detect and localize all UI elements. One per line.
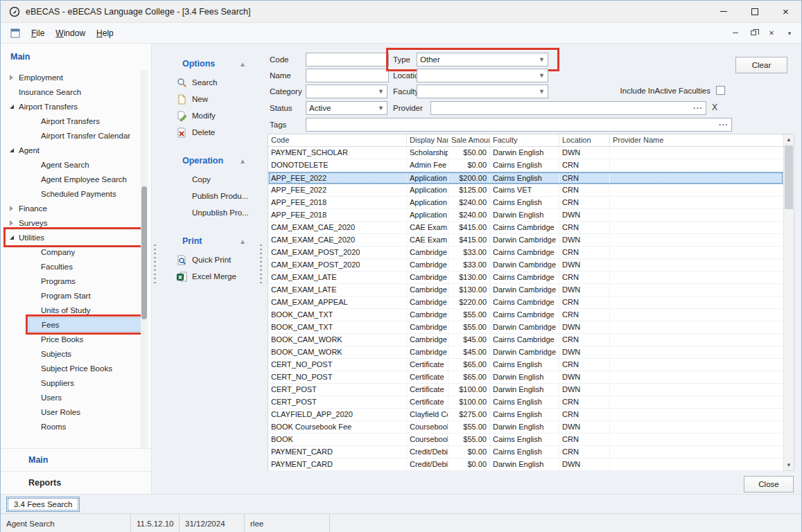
- sidebar-scrollbar-thumb[interactable]: [141, 186, 147, 319]
- sidebar-tree-item[interactable]: Subject Price Books: [28, 361, 141, 375]
- location-dropdown[interactable]: ▼: [417, 69, 548, 82]
- table-row[interactable]: CERT_NO_POSTCertificate$65.00Darwin Engl…: [268, 371, 783, 384]
- sidebar-tree-item[interactable]: Agent Search: [28, 157, 141, 172]
- provider-input[interactable]: ···: [430, 101, 706, 115]
- scroll-up-icon[interactable]: ▲: [784, 134, 794, 145]
- table-row[interactable]: CAM_EXAM_CAE_2020CAE Exam I$415.00Cairns…: [268, 222, 783, 234]
- excel-merge-action[interactable]: Excel Merge: [159, 268, 260, 285]
- table-row[interactable]: APP_FEE_2022Application$125.00Cairns VET…: [268, 184, 783, 197]
- print-group-header[interactable]: Print ▲: [159, 233, 260, 251]
- close-panel-button[interactable]: Close: [744, 476, 794, 493]
- table-row[interactable]: CERT_POSTCertificate$100.00Cairns Englis…: [268, 396, 783, 409]
- table-row[interactable]: CAM_EXAM_LATECambridge$130.00Darwin Camb…: [268, 284, 783, 296]
- sidebar-tree-item[interactable]: Program Start: [28, 288, 141, 303]
- minimize-button[interactable]: [708, 1, 739, 22]
- menu-window[interactable]: Window: [50, 26, 91, 41]
- delete-action[interactable]: Delete: [159, 124, 260, 141]
- sidebar-tree-item[interactable]: Fees: [28, 317, 141, 332]
- code-input[interactable]: [306, 53, 389, 66]
- mdi-minimize-button[interactable]: [731, 28, 740, 38]
- table-row[interactable]: APP_FEE_2018Application$240.00Darwin Eng…: [268, 209, 783, 222]
- sidebar-tree-item[interactable]: Units of Study: [28, 303, 141, 317]
- tree-expander-icon[interactable]: [6, 220, 17, 226]
- table-row[interactable]: BOOKCoursebool$55.00Cairns EnglishCRN: [268, 434, 783, 446]
- mdi-close-button[interactable]: ×: [767, 28, 776, 38]
- type-dropdown[interactable]: Other▼: [417, 53, 548, 66]
- splitter-grip-right[interactable]: [260, 245, 262, 283]
- publish-product-action[interactable]: Publish Produ...: [159, 188, 260, 204]
- column-header[interactable]: Sale Amount: [448, 134, 490, 146]
- copy-action[interactable]: Copy: [159, 171, 260, 188]
- mdi-restore-button[interactable]: [749, 28, 758, 38]
- sidebar-tree-item[interactable]: User Roles: [28, 405, 141, 419]
- table-row[interactable]: PAYMENT_CARDCredit/Debi$0.00Cairns Engli…: [268, 446, 783, 459]
- sidebar-tree-item[interactable]: Insurance Search: [6, 85, 141, 99]
- table-row[interactable]: PAYMENT_SCHOLARScholarship$50.00Darwin E…: [268, 147, 783, 159]
- modify-action[interactable]: Modify: [159, 107, 260, 124]
- sidebar-scrollbar[interactable]: ▼: [141, 70, 148, 472]
- table-row[interactable]: CERT_POSTCertificate$100.00Darwin Englis…: [268, 384, 783, 396]
- sidebar-tree-item[interactable]: Suppliers: [28, 375, 141, 390]
- sidebar-tree-item[interactable]: Company: [28, 245, 141, 259]
- status-dropdown[interactable]: Active▼: [306, 101, 387, 115]
- table-row[interactable]: CAM_EXAM_APPEALCambridge$220.00Cairns Ca…: [268, 296, 783, 309]
- table-row[interactable]: APP_FEE_2022Application$200.00Cairns Eng…: [268, 172, 783, 184]
- sidebar-tree-item[interactable]: Airport Transfer Calendar: [28, 128, 141, 143]
- maximize-button[interactable]: [739, 1, 770, 22]
- ellipsis-button[interactable]: ···: [719, 121, 729, 129]
- nav-pane-main[interactable]: Main: [1, 448, 151, 471]
- table-row[interactable]: BOOK_CAM_TXTCambridge$55.00Darwin Cambri…: [268, 321, 783, 334]
- column-header[interactable]: Provider Name: [610, 134, 783, 146]
- name-input[interactable]: [306, 69, 389, 82]
- splitter-grip-left[interactable]: [154, 245, 156, 283]
- clear-button[interactable]: Clear: [735, 57, 787, 73]
- sidebar-tree-item[interactable]: Employment: [6, 70, 141, 85]
- mdi-more-button[interactable]: ▾: [785, 28, 794, 38]
- tree-expander-icon[interactable]: [6, 105, 17, 109]
- table-row[interactable]: BOOK_CAM_WORKCambridge$45.00Cairns Cambr…: [268, 334, 783, 346]
- tree-expander-icon[interactable]: [6, 75, 17, 80]
- close-button[interactable]: ×: [770, 1, 801, 22]
- column-header[interactable]: Faculty: [490, 134, 559, 146]
- table-row[interactable]: CAM_EXAM_CAE_2020CAE Exam I$415.00Darwin…: [268, 234, 783, 247]
- table-row[interactable]: CAM_EXAM_LATECambridge$130.00Cairns Camb…: [268, 272, 783, 284]
- sidebar-tree-item[interactable]: Subjects: [28, 346, 141, 361]
- grid-scrollbar[interactable]: ▲ ▼: [783, 134, 794, 470]
- sidebar-tree-item[interactable]: Users: [28, 390, 141, 405]
- table-row[interactable]: BOOK_CAM_WORKCambridge$45.00Darwin Cambr…: [268, 346, 783, 359]
- tags-input[interactable]: ···: [306, 118, 732, 132]
- sidebar-tree-item[interactable]: Utilities: [6, 230, 141, 245]
- quick-print-action[interactable]: Quick Print: [159, 251, 260, 268]
- table-row[interactable]: BOOK Coursebook FeeCoursebool$55.00Darwi…: [268, 421, 783, 434]
- sidebar-tree-item[interactable]: Finance: [6, 201, 141, 215]
- tree-expander-icon[interactable]: [6, 236, 17, 240]
- tab-fees-search[interactable]: 3.4 Fees Search: [6, 497, 80, 512]
- new-action[interactable]: New: [159, 91, 260, 107]
- sidebar-tree-item[interactable]: Scheduled Payments: [28, 186, 141, 201]
- tree-expander-icon[interactable]: [6, 206, 17, 211]
- column-header[interactable]: Location: [559, 134, 610, 146]
- column-header[interactable]: Code: [268, 134, 407, 146]
- search-action[interactable]: Search: [159, 74, 260, 91]
- sidebar-tree-item[interactable]: Programs: [28, 274, 141, 288]
- sidebar-tree-item[interactable]: Airport Transfers: [6, 99, 141, 114]
- operation-group-header[interactable]: Operation ▲: [159, 153, 260, 171]
- menu-help[interactable]: Help: [91, 26, 119, 41]
- column-header[interactable]: Display Nar: [407, 134, 448, 146]
- sidebar-tree-item[interactable]: Agent: [6, 143, 141, 157]
- sidebar-tree-item[interactable]: Surveys: [6, 215, 141, 230]
- table-row[interactable]: APP_FEE_2018Application$240.00Cairns Eng…: [268, 197, 783, 209]
- sidebar-tree-item[interactable]: Agent Employee Search: [28, 172, 141, 186]
- sidebar-tree-item[interactable]: Price Books: [28, 332, 141, 346]
- category-dropdown[interactable]: ▼: [306, 85, 387, 98]
- ellipsis-button[interactable]: ···: [693, 104, 703, 112]
- scroll-down-icon[interactable]: ▼: [784, 460, 794, 470]
- nav-pane-reports[interactable]: Reports: [1, 471, 151, 494]
- grid-scrollbar-thumb[interactable]: [785, 145, 793, 209]
- options-group-header[interactable]: Options ▲: [159, 56, 260, 74]
- sidebar-tree-item[interactable]: Faculties: [28, 259, 141, 274]
- provider-clear-button[interactable]: X: [712, 103, 717, 112]
- table-row[interactable]: CERT_NO_POSTCertificate$65.00Cairns Engl…: [268, 359, 783, 371]
- faculty-dropdown[interactable]: ▼: [417, 85, 548, 98]
- sidebar-tree-item[interactable]: Airport Transfers: [28, 114, 141, 128]
